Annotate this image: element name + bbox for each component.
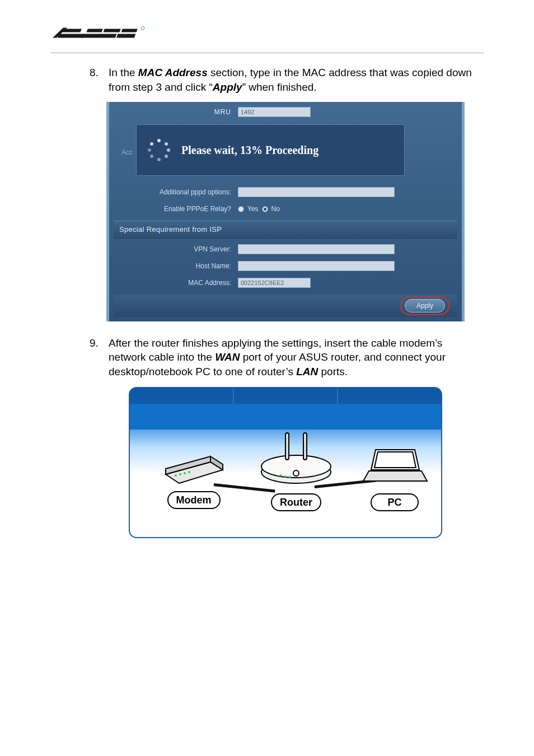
svg-rect-3 xyxy=(81,34,101,38)
pc-label: PC xyxy=(371,493,418,511)
step-8-pre: In the xyxy=(109,67,138,78)
step-9-text: After the router finishes applying the s… xyxy=(109,336,472,379)
account-label-ghost: Acc xyxy=(121,148,133,157)
header-divider xyxy=(50,53,484,53)
svg-point-19 xyxy=(284,475,287,478)
apply-button[interactable]: Apply xyxy=(405,299,445,312)
step-8-apply-term: Apply xyxy=(213,81,242,93)
svg-rect-1 xyxy=(58,34,85,38)
step-8: 8. In the MAC Address section, type in t… xyxy=(90,66,472,94)
mac-address-label: MAC Address: xyxy=(114,278,231,287)
host-name-label: Host Name: xyxy=(114,262,231,270)
step-8-text: In the MAC Address section, type in the … xyxy=(109,66,472,94)
apply-highlight-circle: Apply xyxy=(400,296,449,315)
pppoe-relay-yes-radio[interactable] xyxy=(238,206,244,212)
vpn-server-input[interactable] xyxy=(238,244,395,254)
svg-point-8 xyxy=(141,27,144,30)
step-8-number: 8. xyxy=(90,66,109,94)
pc-device: PC xyxy=(353,444,437,511)
svg-rect-16 xyxy=(303,433,307,460)
mru-input[interactable] xyxy=(238,107,311,117)
svg-rect-15 xyxy=(285,433,289,460)
svg-rect-7 xyxy=(116,34,136,38)
svg-point-11 xyxy=(184,472,186,474)
network-diagram: Modem xyxy=(129,387,442,538)
svg-point-14 xyxy=(261,455,331,478)
additional-pppd-input[interactable] xyxy=(238,187,395,197)
step-9-wan-term: WAN xyxy=(215,351,240,363)
modem-device: Modem xyxy=(149,442,238,509)
step-8-post: ” when finished. xyxy=(242,81,317,93)
pppoe-relay-no-radio[interactable] xyxy=(262,206,268,212)
step-9-post: ports. xyxy=(318,366,348,377)
pppoe-relay-yes-label: Yes xyxy=(247,204,259,213)
step-9: 9. After the router finishes applying th… xyxy=(90,336,472,379)
modem-label: Modem xyxy=(167,491,221,509)
progress-modal: Please wait, 13% Proceeding xyxy=(136,124,405,176)
svg-point-20 xyxy=(289,476,291,478)
host-name-input[interactable] xyxy=(238,261,395,271)
router-device: Router xyxy=(249,427,344,511)
step-9-lan-term: LAN xyxy=(296,366,318,377)
svg-point-18 xyxy=(280,474,282,477)
mac-address-input[interactable] xyxy=(238,278,311,288)
svg-point-9 xyxy=(175,474,177,477)
svg-rect-5 xyxy=(99,34,117,38)
pppoe-relay-no-label: No xyxy=(271,204,280,213)
pppoe-relay-label: Enable PPPoE Relay? xyxy=(114,204,231,213)
step-8-macaddress-term: MAC Address xyxy=(138,67,208,78)
svg-rect-2 xyxy=(87,29,103,32)
svg-point-12 xyxy=(188,471,190,473)
step-9-number: 9. xyxy=(90,336,109,379)
svg-rect-4 xyxy=(104,29,121,32)
progress-text: Please wait, 13% Proceeding xyxy=(181,143,318,158)
svg-point-10 xyxy=(179,473,181,475)
router-settings-screenshot: MRU Acc Please wait, 13% Proceeding Addi… xyxy=(106,102,465,321)
isp-section-header: Special Requirement from ISP xyxy=(114,221,457,239)
spinner-icon xyxy=(147,138,171,162)
svg-rect-0 xyxy=(61,29,82,32)
additional-pppd-label: Additional pppd options: xyxy=(114,188,231,197)
brand-logo xyxy=(50,17,484,50)
router-label: Router xyxy=(271,493,321,511)
vpn-server-label: VPN Server: xyxy=(114,245,231,254)
svg-rect-6 xyxy=(121,29,138,32)
mru-label: MRU xyxy=(114,108,231,116)
